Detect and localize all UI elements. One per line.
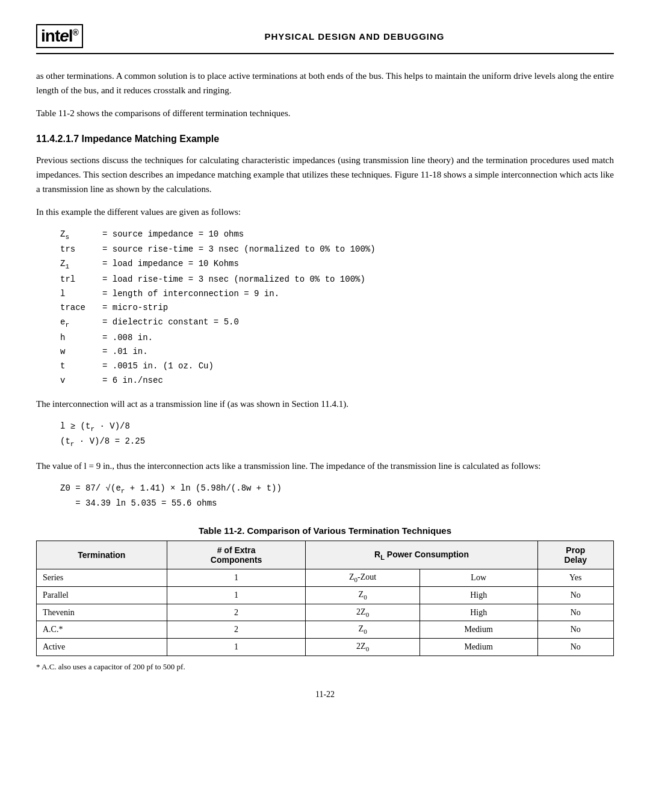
col-header-extra-components: # of ExtraComponents bbox=[167, 541, 306, 569]
paragraph-3: Previous sections discuss the techniques… bbox=[36, 153, 614, 196]
var-zs: Zs = source impedance = 10 ohms bbox=[60, 228, 614, 243]
var-h: h = .008 in. bbox=[60, 331, 614, 346]
var-t: t = .0015 in. (1 oz. Cu) bbox=[60, 359, 614, 374]
table-row: Series 1 Z0-Zout Low Yes bbox=[37, 569, 614, 587]
cell-termination-parallel: Parallel bbox=[37, 586, 167, 604]
table-row: Thevenin 2 2Z0 High No bbox=[37, 604, 614, 621]
cell-termination-series: Series bbox=[37, 569, 167, 587]
var-trace: trace = micro-strip bbox=[60, 301, 614, 315]
paragraph-2: Table 11-2 shows the comparisons of diff… bbox=[36, 106, 614, 120]
equation-1b: (tr · V)/8 = 2.25 bbox=[60, 435, 614, 450]
var-name-trace: trace bbox=[60, 301, 102, 315]
var-name-z1: Z1 bbox=[60, 257, 102, 272]
var-w: w = .01 in. bbox=[60, 345, 614, 359]
var-eq-trace: = micro-strip bbox=[102, 301, 168, 315]
var-name-zs: Zs bbox=[60, 228, 102, 243]
paragraph-6: The value of l = 9 in., thus the interco… bbox=[36, 459, 614, 473]
var-name-v: v bbox=[60, 374, 102, 388]
col-header-termination: Termination bbox=[37, 541, 167, 569]
logo-l: l bbox=[69, 26, 73, 45]
var-name-l: l bbox=[60, 287, 102, 302]
cell-termination-active: Active bbox=[37, 639, 167, 656]
var-eq-v: = 6 in./nsec bbox=[102, 374, 163, 388]
equation-2a: Z0 = 87/ √(er + 1.41) × ln (5.98h/(.8w +… bbox=[60, 482, 614, 497]
equation-1a: l ≥ (tr · V)/8 bbox=[60, 420, 614, 435]
table-title: Table 11-2. Comparison of Various Termin… bbox=[36, 525, 614, 536]
comparison-table: Termination # of ExtraComponents RL Powe… bbox=[36, 541, 614, 656]
cell-rl-formula-active: 2Z0 bbox=[306, 639, 419, 656]
cell-termination-thevenin: Thevenin bbox=[37, 604, 167, 621]
cell-rl-formula-parallel: Z0 bbox=[306, 586, 419, 604]
equation-2b: = 34.39 ln 5.035 = 55.6 ohms bbox=[60, 497, 614, 511]
var-eq-trl: = load rise-time = 3 nsec (normalized to… bbox=[102, 273, 365, 287]
var-eq-z1: = load impedance = 10 Kohms bbox=[102, 257, 239, 272]
var-eq-zs: = source impedance = 10 ohms bbox=[102, 228, 244, 243]
table-header-row: Termination # of ExtraComponents RL Powe… bbox=[37, 541, 614, 569]
var-eq-h: = .008 in. bbox=[102, 331, 153, 346]
cell-rl-formula-thevenin: 2Z0 bbox=[306, 604, 419, 621]
cell-rl-level-series: Low bbox=[419, 569, 537, 587]
var-eq-t: = .0015 in. (1 oz. Cu) bbox=[102, 359, 214, 374]
cell-delay-active: No bbox=[537, 639, 613, 656]
cell-rl-formula-series: Z0-Zout bbox=[306, 569, 419, 587]
table-row: Active 1 2Z0 Medium No bbox=[37, 639, 614, 656]
var-name-h: h bbox=[60, 331, 102, 346]
cell-termination-ac: A.C.* bbox=[37, 621, 167, 639]
section-heading: 11.4.2.1.7 Impedance Matching Example bbox=[36, 134, 614, 144]
table-footnote: * A.C. also uses a capacitor of 200 pf t… bbox=[36, 662, 614, 672]
var-name-trl: trl bbox=[60, 273, 102, 287]
page-header: intel® PHYSICAL DESIGN AND DEBUGGING bbox=[36, 24, 614, 54]
cell-delay-series: Yes bbox=[537, 569, 613, 587]
equations-block-2: Z0 = 87/ √(er + 1.41) × ln (5.98h/(.8w +… bbox=[60, 482, 614, 511]
col-header-power: RL Power Consumption bbox=[306, 541, 537, 569]
cell-rl-level-thevenin: High bbox=[419, 604, 537, 621]
cell-delay-ac: No bbox=[537, 621, 613, 639]
cell-rl-level-active: Medium bbox=[419, 639, 537, 656]
header-title: PHYSICAL DESIGN AND DEBUGGING bbox=[95, 31, 614, 42]
cell-rl-level-ac: Medium bbox=[419, 621, 537, 639]
paragraph-1: as other terminations. A common solution… bbox=[36, 69, 614, 98]
cell-delay-parallel: No bbox=[537, 586, 613, 604]
intel-logo: intel® bbox=[36, 24, 83, 48]
var-name-t: t bbox=[60, 359, 102, 374]
table-row: Parallel 1 Z0 High No bbox=[37, 586, 614, 604]
equations-block-1: l ≥ (tr · V)/8 (tr · V)/8 = 2.25 bbox=[60, 420, 614, 450]
var-eq-w: = .01 in. bbox=[102, 345, 148, 359]
var-l: l = length of interconnection = 9 in. bbox=[60, 287, 614, 302]
page-number: 11-22 bbox=[36, 690, 614, 699]
var-name-er: er bbox=[60, 315, 102, 330]
logo-text: int bbox=[41, 26, 60, 45]
table-row: A.C.* 2 Z0 Medium No bbox=[37, 621, 614, 639]
var-er: er = dielectric constant = 5.0 bbox=[60, 315, 614, 330]
cell-extra-active: 1 bbox=[167, 639, 306, 656]
cell-extra-ac: 2 bbox=[167, 621, 306, 639]
variables-block: Zs = source impedance = 10 ohms trs = so… bbox=[60, 228, 614, 388]
var-eq-trs: = source rise-time = 3 nsec (normalized … bbox=[102, 243, 376, 257]
cell-extra-parallel: 1 bbox=[167, 586, 306, 604]
col-header-delay: PropDelay bbox=[537, 541, 613, 569]
var-name-w: w bbox=[60, 345, 102, 359]
cell-extra-thevenin: 2 bbox=[167, 604, 306, 621]
var-trs: trs = source rise-time = 3 nsec (normali… bbox=[60, 243, 614, 257]
var-eq-er: = dielectric constant = 5.0 bbox=[102, 315, 239, 330]
var-z1: Z1 = load impedance = 10 Kohms bbox=[60, 257, 614, 272]
var-eq-l: = length of interconnection = 9 in. bbox=[102, 287, 279, 302]
paragraph-4: In this example the different values are… bbox=[36, 205, 614, 219]
var-name-trs: trs bbox=[60, 243, 102, 257]
cell-delay-thevenin: No bbox=[537, 604, 613, 621]
var-trl: trl = load rise-time = 3 nsec (normalize… bbox=[60, 273, 614, 287]
registered-mark: ® bbox=[73, 28, 78, 37]
cell-rl-formula-ac: Z0 bbox=[306, 621, 419, 639]
cell-extra-series: 1 bbox=[167, 569, 306, 587]
logo-e: e bbox=[60, 26, 69, 45]
paragraph-5: The interconnection will act as a transm… bbox=[36, 397, 614, 411]
var-v: v = 6 in./nsec bbox=[60, 374, 614, 388]
cell-rl-level-parallel: High bbox=[419, 586, 537, 604]
